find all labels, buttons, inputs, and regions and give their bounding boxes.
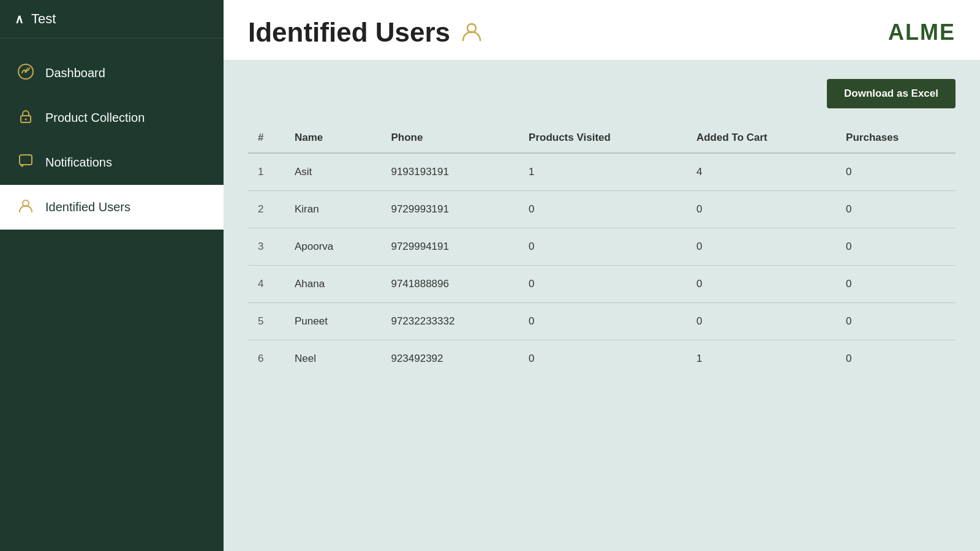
sidebar-item-label: Dashboard bbox=[45, 66, 105, 80]
col-added-to-cart: Added To Cart bbox=[687, 123, 836, 153]
sidebar-item-label: Identified Users bbox=[45, 200, 130, 214]
cell-num: 4 bbox=[248, 266, 285, 303]
dashboard-icon bbox=[17, 63, 34, 83]
cell-phone: 9741888896 bbox=[381, 266, 519, 303]
cell-purchases: 0 bbox=[836, 303, 956, 340]
cell-added-to-cart: 0 bbox=[687, 191, 836, 228]
cell-num: 3 bbox=[248, 228, 285, 266]
cell-purchases: 0 bbox=[836, 266, 956, 303]
cell-name: Kiran bbox=[285, 191, 381, 228]
cell-purchases: 0 bbox=[836, 153, 956, 191]
sidebar: ∧ Test Dashboard bbox=[0, 0, 224, 551]
cell-phone: 923492392 bbox=[381, 340, 519, 378]
download-btn-row: Download as Excel bbox=[248, 79, 956, 108]
col-purchases: Purchases bbox=[836, 123, 956, 153]
cell-products-visited: 0 bbox=[519, 228, 687, 266]
cell-products-visited: 0 bbox=[519, 191, 687, 228]
download-excel-button[interactable]: Download as Excel bbox=[827, 79, 956, 108]
cell-purchases: 0 bbox=[836, 228, 956, 266]
col-products-visited: Products Visited bbox=[519, 123, 687, 153]
main-content: Identified Users ALME Download as Excel … bbox=[224, 0, 980, 551]
cell-phone: 9729994191 bbox=[381, 228, 519, 266]
table-area: Download as Excel # Name Phone Products … bbox=[224, 61, 980, 551]
col-number: # bbox=[248, 123, 285, 153]
header-user-icon bbox=[460, 20, 483, 45]
table-row: 2 Kiran 9729993191 0 0 0 bbox=[248, 191, 956, 228]
table-row: 1 Asit 9193193191 1 4 0 bbox=[248, 153, 956, 191]
page-title: Identified Users bbox=[248, 17, 450, 48]
sidebar-item-notifications[interactable]: Notifications bbox=[0, 140, 224, 185]
sidebar-logo: ∧ bbox=[15, 12, 24, 26]
cell-purchases: 0 bbox=[836, 340, 956, 378]
cell-name: Puneet bbox=[285, 303, 381, 340]
user-icon bbox=[17, 197, 34, 217]
table-row: 4 Ahana 9741888896 0 0 0 bbox=[248, 266, 956, 303]
cell-products-visited: 0 bbox=[519, 266, 687, 303]
chat-icon bbox=[17, 152, 34, 173]
sidebar-header: ∧ Test bbox=[0, 0, 224, 39]
cell-products-visited: 1 bbox=[519, 153, 687, 191]
sidebar-item-dashboard[interactable]: Dashboard bbox=[0, 51, 224, 96]
main-header: Identified Users ALME bbox=[224, 0, 980, 61]
col-phone: Phone bbox=[381, 123, 519, 153]
sidebar-item-label: Product Collection bbox=[45, 111, 145, 125]
cell-products-visited: 0 bbox=[519, 303, 687, 340]
cell-products-visited: 0 bbox=[519, 340, 687, 378]
cell-phone: 97232233332 bbox=[381, 303, 519, 340]
table-row: 5 Puneet 97232233332 0 0 0 bbox=[248, 303, 956, 340]
table-header: # Name Phone Products Visited Added To C… bbox=[248, 123, 956, 153]
table-row: 3 Apoorva 9729994191 0 0 0 bbox=[248, 228, 956, 266]
header-left: Identified Users bbox=[248, 17, 483, 48]
cell-num: 2 bbox=[248, 191, 285, 228]
sidebar-nav: Dashboard Product Collection Notifica bbox=[0, 39, 224, 242]
col-name: Name bbox=[285, 123, 381, 153]
cell-phone: 9729993191 bbox=[381, 191, 519, 228]
sidebar-item-product-collection[interactable]: Product Collection bbox=[0, 96, 224, 140]
lock-icon bbox=[17, 108, 34, 128]
table-row: 6 Neel 923492392 0 1 0 bbox=[248, 340, 956, 378]
alme-logo: ALME bbox=[888, 20, 956, 45]
cell-name: Apoorva bbox=[285, 228, 381, 266]
cell-num: 5 bbox=[248, 303, 285, 340]
cell-num: 1 bbox=[248, 153, 285, 191]
cell-name: Asit bbox=[285, 153, 381, 191]
table-body: 1 Asit 9193193191 1 4 0 2 Kiran 97299931… bbox=[248, 153, 956, 377]
cell-added-to-cart: 0 bbox=[687, 266, 836, 303]
svg-point-3 bbox=[25, 119, 27, 121]
sidebar-app-title: Test bbox=[31, 11, 56, 27]
cell-added-to-cart: 0 bbox=[687, 228, 836, 266]
cell-added-to-cart: 1 bbox=[687, 340, 836, 378]
cell-name: Neel bbox=[285, 340, 381, 378]
users-table: # Name Phone Products Visited Added To C… bbox=[248, 123, 956, 377]
cell-purchases: 0 bbox=[836, 191, 956, 228]
cell-name: Ahana bbox=[285, 266, 381, 303]
cell-added-to-cart: 0 bbox=[687, 303, 836, 340]
svg-rect-4 bbox=[20, 155, 32, 165]
sidebar-item-identified-users[interactable]: Identified Users bbox=[0, 185, 224, 230]
sidebar-item-label: Notifications bbox=[45, 156, 112, 170]
cell-num: 6 bbox=[248, 340, 285, 378]
cell-added-to-cart: 4 bbox=[687, 153, 836, 191]
cell-phone: 9193193191 bbox=[381, 153, 519, 191]
